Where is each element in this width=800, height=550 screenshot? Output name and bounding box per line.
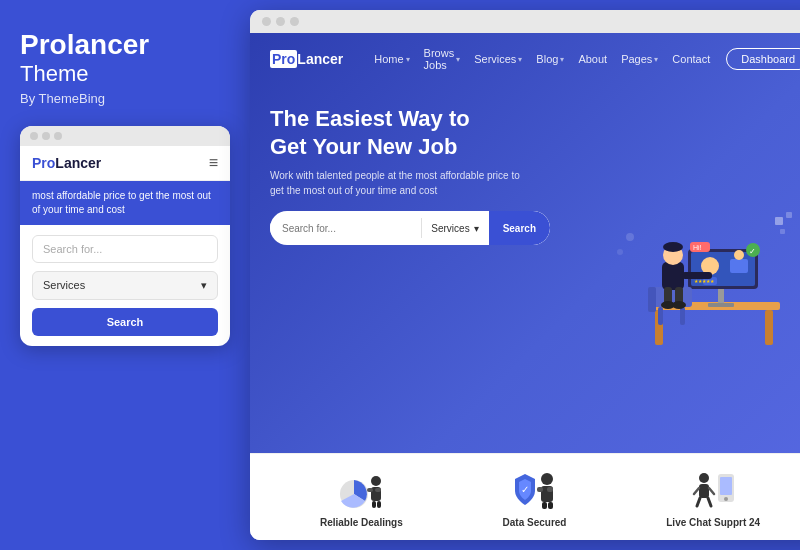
- svg-point-22: [663, 242, 683, 252]
- mobile-search-input[interactable]: Search for...: [32, 235, 218, 263]
- svg-rect-23: [682, 272, 712, 279]
- svg-rect-20: [662, 262, 684, 290]
- browser-dot-2: [276, 17, 285, 26]
- svg-rect-4: [708, 303, 734, 307]
- svg-point-31: [626, 233, 634, 241]
- svg-rect-51: [699, 484, 709, 498]
- svg-rect-9: [730, 259, 748, 273]
- svg-point-41: [541, 473, 553, 485]
- services-select-label: Services: [431, 223, 469, 234]
- left-title-block: Prolancer Theme By ThemeBing: [20, 30, 230, 106]
- hero-title-line2: Get Your New Job: [270, 134, 457, 159]
- hero-title-line1: The Easiest Way to: [270, 106, 470, 131]
- desktop-nav-links: Home▾ Brows Jobs▾ Services▾ Blog▾ About: [368, 43, 716, 75]
- home-caret: ▾: [406, 55, 410, 64]
- dashboard-button[interactable]: Dashboard: [726, 48, 800, 70]
- svg-rect-36: [367, 488, 373, 492]
- mobile-logo-pro: Pro: [32, 155, 55, 171]
- live-chat-icon: [686, 466, 741, 511]
- mobile-services-select[interactable]: Services ▾: [32, 271, 218, 300]
- svg-text:Hi!: Hi!: [693, 244, 702, 251]
- svg-text:✓: ✓: [749, 247, 756, 256]
- feature-item-data-secured: ✓ Data Secured: [503, 466, 567, 528]
- browser-top-bar: [250, 10, 800, 33]
- reliable-dealings-icon: [334, 466, 389, 511]
- hamburger-icon[interactable]: ≡: [209, 154, 218, 172]
- desktop-hero: ProLancer Home▾ Brows Jobs▾ Services▾ Bl…: [250, 33, 800, 453]
- desktop-search-button[interactable]: Search: [489, 211, 550, 245]
- nav-item-blog[interactable]: Blog▾: [530, 49, 570, 69]
- services-caret: ▾: [518, 55, 522, 64]
- hero-subtitle: Work with talented people at the most af…: [270, 168, 530, 198]
- svg-rect-43: [537, 487, 543, 492]
- svg-rect-45: [542, 502, 547, 509]
- mobile-search-section: Search for... Services ▾ Search: [20, 225, 230, 346]
- svg-point-34: [371, 476, 381, 486]
- feature-label-live-chat: Live Chat Supprt 24: [666, 517, 760, 528]
- mobile-dot-3: [54, 132, 62, 140]
- desktop-search-input[interactable]: [270, 223, 421, 234]
- title-sub: Theme: [20, 61, 230, 87]
- feature-label-data-secured: Data Secured: [503, 517, 567, 528]
- nav-item-brows-jobs[interactable]: Brows Jobs▾: [418, 43, 467, 75]
- right-panel: ProLancer Home▾ Brows Jobs▾ Services▾ Bl…: [250, 0, 800, 550]
- browser-dot-3: [290, 17, 299, 26]
- mobile-dot-2: [42, 132, 50, 140]
- hero-text: The Easiest Way to Get Your New Job Work…: [270, 100, 570, 443]
- svg-rect-46: [548, 502, 553, 509]
- svg-rect-38: [372, 501, 376, 508]
- nav-item-contact[interactable]: Contact: [666, 49, 716, 69]
- left-panel: Prolancer Theme By ThemeBing ProLancer ≡…: [0, 0, 250, 550]
- desktop-search-bar: Services ▾ Search: [270, 211, 550, 245]
- hero-title: The Easiest Way to Get Your New Job: [270, 105, 570, 160]
- svg-line-54: [697, 498, 700, 506]
- mobile-search-button[interactable]: Search: [32, 308, 218, 336]
- blog-caret: ▾: [560, 55, 564, 64]
- title-bold: Prolancer: [20, 29, 149, 60]
- desktop-nav: ProLancer Home▾ Brows Jobs▾ Services▾ Bl…: [250, 33, 800, 85]
- mobile-nav: ProLancer ≡: [20, 146, 230, 181]
- svg-line-55: [708, 498, 711, 506]
- mobile-mockup: ProLancer ≡ most affordable price to get…: [20, 126, 230, 346]
- feature-label-reliable: Reliable Dealings: [320, 517, 403, 528]
- svg-rect-29: [786, 212, 792, 218]
- mobile-top-bar: [20, 126, 230, 146]
- by-line: By ThemeBing: [20, 91, 230, 106]
- svg-point-27: [672, 301, 686, 309]
- desktop-logo-lancer: Lancer: [297, 51, 343, 67]
- svg-rect-19: [648, 287, 656, 312]
- nav-item-home[interactable]: Home▾: [368, 49, 415, 69]
- browser-dot-1: [262, 17, 271, 26]
- feature-item-reliable: Reliable Dealings: [320, 466, 403, 528]
- desktop-logo: ProLancer: [270, 50, 343, 68]
- services-select-caret: ▾: [474, 223, 479, 234]
- desktop-logo-pro: Pro: [270, 50, 297, 68]
- nav-item-services[interactable]: Services▾: [468, 49, 528, 69]
- svg-rect-17: [658, 307, 663, 325]
- svg-point-50: [699, 473, 709, 483]
- mobile-dot-1: [30, 132, 38, 140]
- nav-item-about[interactable]: About: [572, 49, 613, 69]
- svg-point-49: [724, 497, 728, 501]
- pages-caret: ▾: [654, 55, 658, 64]
- illustration-svg: ★★★★★ ✓ Hi!: [590, 187, 800, 357]
- hero-content: The Easiest Way to Get Your New Job Work…: [250, 85, 800, 453]
- mobile-logo-lancer: Lancer: [55, 155, 101, 171]
- mobile-hero-text: most affordable price to get the most ou…: [20, 181, 230, 225]
- nav-item-pages[interactable]: Pages▾: [615, 49, 664, 69]
- mobile-select-caret: ▾: [201, 279, 207, 292]
- svg-rect-44: [547, 487, 553, 492]
- data-secured-icon: ✓: [507, 466, 562, 511]
- svg-rect-48: [720, 477, 732, 495]
- svg-rect-18: [680, 307, 685, 325]
- hero-illustration: ★★★★★ ✓ Hi!: [580, 100, 800, 443]
- svg-rect-39: [377, 501, 381, 508]
- feature-item-live-chat: Live Chat Supprt 24: [666, 466, 760, 528]
- svg-text:✓: ✓: [521, 484, 529, 495]
- mobile-logo: ProLancer: [32, 155, 101, 171]
- svg-line-52: [694, 488, 699, 494]
- svg-rect-30: [780, 229, 785, 234]
- desktop-services-select[interactable]: Services ▾: [421, 223, 488, 234]
- mobile-services-label: Services: [43, 279, 85, 291]
- svg-point-10: [734, 250, 744, 260]
